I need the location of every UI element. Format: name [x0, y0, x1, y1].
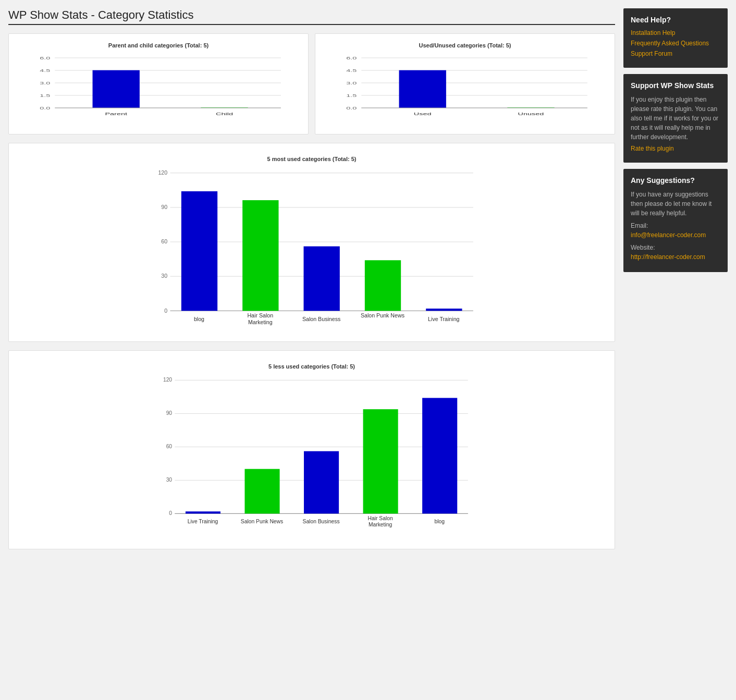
- svg-rect-10: [93, 70, 140, 108]
- chart-less-used: 5 less used categories (Total: 5) 120 90…: [8, 350, 615, 549]
- suggestions-email: Email: info@freelancer-coder.com: [631, 221, 720, 240]
- svg-rect-41: [181, 191, 217, 311]
- email-label: Email:: [631, 222, 648, 229]
- svg-text:90: 90: [161, 204, 167, 210]
- svg-text:4.5: 4.5: [40, 68, 50, 72]
- chart3-title: 5 most used categories (Total: 5): [17, 156, 606, 162]
- chart4-title: 5 less used categories (Total: 5): [17, 363, 606, 370]
- chart4-svg: 120 90 60 30 0: [47, 374, 577, 541]
- chart4-svg-container: 120 90 60 30 0: [47, 374, 577, 541]
- small-charts-row: Parent and child categories (Total: 5) 6…: [8, 33, 615, 134]
- svg-text:6.0: 6.0: [346, 55, 357, 60]
- support-box-title: Support WP Show Stats: [631, 81, 720, 90]
- website-label: Website:: [631, 244, 655, 251]
- installation-help-link[interactable]: Installation Help: [631, 29, 720, 36]
- help-box-title: Need Help?: [631, 16, 720, 24]
- svg-text:Parent: Parent: [105, 111, 127, 116]
- chart2-title: Used/Unused categories (Total: 5): [324, 42, 606, 48]
- main-content: WP Show Stats - Category Statistics Pare…: [8, 8, 615, 558]
- svg-text:0: 0: [169, 510, 172, 516]
- chart1-svg: 6.0 4.5 3.0 1.5 0.0 Parent Child: [17, 53, 300, 126]
- chart3-svg: 120 90 60 30 0: [47, 166, 577, 333]
- svg-text:60: 60: [166, 444, 172, 449]
- svg-rect-67: [422, 398, 457, 513]
- svg-text:120: 120: [158, 169, 167, 176]
- svg-text:60: 60: [161, 238, 167, 244]
- svg-rect-43: [303, 247, 339, 311]
- sidebar: Need Help? Installation Help Frequently …: [623, 8, 728, 558]
- website-link[interactable]: http://freelancer-coder.com: [631, 252, 720, 262]
- svg-rect-42: [242, 200, 278, 311]
- suggestions-box-title: Any Suggestions?: [631, 176, 720, 185]
- svg-text:Unused: Unused: [518, 111, 544, 116]
- svg-text:6.0: 6.0: [40, 55, 51, 60]
- svg-text:Child: Child: [216, 111, 233, 116]
- svg-text:4.5: 4.5: [346, 68, 357, 72]
- svg-text:Hair Salon: Hair Salon: [367, 515, 392, 521]
- suggestions-website: Website: http://freelancer-coder.com: [631, 243, 720, 262]
- svg-text:120: 120: [163, 377, 171, 383]
- support-box: Support WP Show Stats If you enjoy this …: [623, 74, 728, 163]
- help-box: Need Help? Installation Help Frequently …: [623, 8, 728, 68]
- chart2-svg: 6.0 4.5 3.0 1.5 0.0 Used Unused: [324, 53, 606, 126]
- svg-text:30: 30: [161, 273, 167, 279]
- svg-text:0.0: 0.0: [40, 105, 51, 110]
- svg-text:90: 90: [166, 410, 172, 416]
- svg-text:blog: blog: [193, 316, 204, 322]
- chart3-svg-container: 120 90 60 30 0: [47, 166, 577, 333]
- svg-text:Used: Used: [414, 111, 432, 116]
- support-forum-link[interactable]: Support Forum: [631, 50, 720, 57]
- svg-text:Hair Salon: Hair Salon: [247, 312, 273, 318]
- svg-rect-65: [304, 451, 339, 514]
- support-box-text: If you enjoy this plugin then please rat…: [631, 95, 720, 142]
- svg-text:Salon Punk News: Salon Punk News: [240, 519, 283, 524]
- suggestions-box-text: If you have any suggestions then please …: [631, 190, 720, 218]
- svg-text:Live Training: Live Training: [428, 316, 459, 322]
- chart-most-used: 5 most used categories (Total: 5) 120 90…: [8, 143, 615, 342]
- svg-text:Salon Business: Salon Business: [302, 316, 340, 322]
- faq-link[interactable]: Frequently Asked Questions: [631, 40, 720, 47]
- svg-text:30: 30: [166, 477, 172, 483]
- svg-text:3.0: 3.0: [346, 80, 357, 85]
- svg-text:Marketing: Marketing: [248, 319, 272, 325]
- svg-text:1.5: 1.5: [40, 93, 50, 97]
- svg-text:Marketing: Marketing: [368, 522, 392, 527]
- svg-rect-64: [244, 469, 279, 514]
- svg-text:blog: blog: [434, 519, 445, 524]
- chart-used-unused: Used/Unused categories (Total: 5) 6.0 4.…: [315, 33, 615, 134]
- chart1-title: Parent and child categories (Total: 5): [17, 42, 300, 48]
- chart2-svg-container: 6.0 4.5 3.0 1.5 0.0 Used Unused: [324, 53, 606, 126]
- svg-text:Live Training: Live Training: [187, 519, 218, 524]
- svg-rect-66: [363, 409, 398, 513]
- page-title: WP Show Stats - Category Statistics: [8, 8, 615, 25]
- svg-rect-63: [185, 511, 220, 513]
- svg-text:Salon Punk News: Salon Punk News: [360, 312, 404, 318]
- svg-rect-44: [364, 260, 400, 311]
- svg-text:0: 0: [164, 308, 167, 314]
- email-link[interactable]: info@freelancer-coder.com: [631, 230, 720, 240]
- svg-text:3.0: 3.0: [40, 80, 51, 85]
- rate-plugin-link[interactable]: Rate this plugin: [631, 145, 720, 152]
- svg-text:Salon Business: Salon Business: [302, 519, 339, 524]
- svg-rect-45: [426, 309, 462, 311]
- suggestions-box: Any Suggestions? If you have any suggest…: [623, 169, 728, 272]
- svg-rect-25: [399, 70, 446, 108]
- chart-parent-child: Parent and child categories (Total: 5) 6…: [8, 33, 309, 134]
- svg-text:0.0: 0.0: [346, 105, 357, 110]
- chart1-svg-container: 6.0 4.5 3.0 1.5 0.0 Parent Child: [17, 53, 300, 126]
- svg-text:1.5: 1.5: [346, 93, 357, 97]
